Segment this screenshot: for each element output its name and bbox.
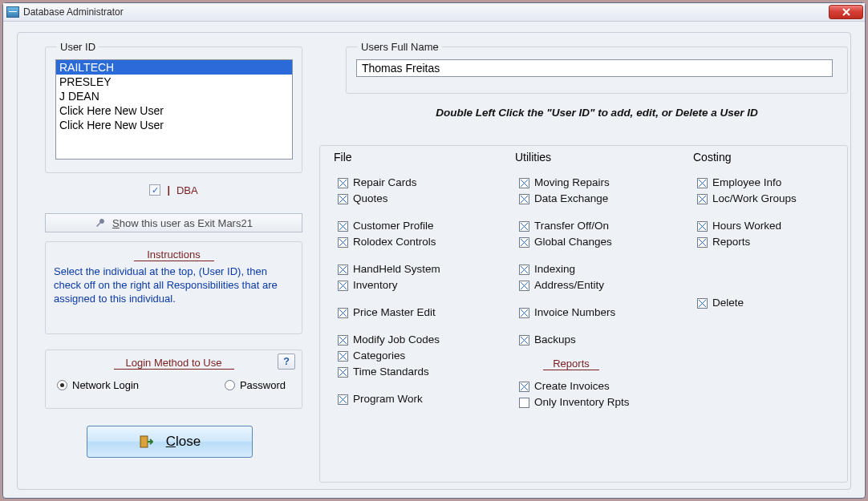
perm-cost-item[interactable]: Employee Info: [697, 175, 838, 191]
perm-file-label: Categories: [353, 348, 405, 364]
checkbox[interactable]: [519, 237, 529, 248]
radio-password[interactable]: [225, 380, 235, 390]
perm-file-item[interactable]: Quotes: [338, 191, 498, 207]
perm-costing-header: Costing: [693, 151, 838, 164]
checkbox[interactable]: [519, 178, 529, 188]
checkbox[interactable]: [519, 335, 529, 345]
perm-file-item[interactable]: HandHeld System: [338, 261, 498, 277]
checkbox[interactable]: [338, 308, 348, 318]
show-as-exit-button[interactable]: Show this user as Exit Mars21: [45, 213, 302, 232]
login-opt-password[interactable]: Password: [225, 379, 286, 391]
perm-file-header: File: [334, 151, 498, 164]
login-opt-network-label: Network Login: [72, 379, 139, 391]
dba-checkbox[interactable]: ✓: [149, 184, 160, 196]
perm-util-item[interactable]: Transfer Off/On: [519, 218, 679, 234]
checkbox[interactable]: [338, 281, 348, 291]
user-id-group: User ID RAILTECHPRESLEYJ DEANClick Here …: [45, 41, 302, 173]
checkbox[interactable]: [697, 221, 708, 232]
perm-col-file: File Repair CardsQuotesCustomer ProfileR…: [338, 151, 498, 474]
checkbox[interactable]: [338, 265, 348, 275]
checkbox[interactable]: [338, 367, 348, 378]
perm-file-item[interactable]: Program Work: [338, 391, 498, 407]
perm-col-costing: Costing Employee InfoLoc/Work GroupsHour…: [697, 151, 838, 474]
show-as-exit-label: Show this user as Exit Mars21: [112, 217, 253, 229]
perm-util-item[interactable]: Backups: [519, 332, 679, 348]
login-help-button[interactable]: ?: [278, 354, 295, 370]
perm-file-item[interactable]: Customer Profile: [338, 218, 498, 234]
login-opt-password-label: Password: [240, 379, 286, 391]
checkbox[interactable]: [338, 194, 348, 204]
close-button[interactable]: Close: [87, 426, 253, 458]
instructions-group: Instructions Select the individual at th…: [45, 241, 302, 334]
perm-file-item[interactable]: Categories: [338, 348, 498, 364]
checkbox[interactable]: [338, 221, 348, 232]
perm-file-item[interactable]: Repair Cards: [338, 175, 498, 191]
perm-util-label: Invoice Numbers: [534, 305, 615, 321]
perm-util-item[interactable]: Moving Repairs: [519, 175, 679, 191]
perm-cost-item[interactable]: Loc/Work Groups: [697, 191, 838, 207]
perm-util-label: Data Exchange: [534, 191, 608, 207]
perm-reports-header: Reports: [543, 358, 599, 370]
user-id-list[interactable]: RAILTECHPRESLEYJ DEANClick Here New User…: [55, 59, 293, 160]
perm-cost-label: Reports: [712, 234, 750, 250]
perm-util-item[interactable]: Indexing: [519, 261, 679, 277]
checkbox[interactable]: [697, 194, 708, 204]
perm-report-item[interactable]: Only Inventory Rpts: [519, 394, 679, 410]
perm-file-label: Time Standards: [353, 364, 429, 380]
checkbox[interactable]: [519, 398, 529, 408]
fullname-group: Users Full Name Thomas Freitas: [346, 41, 848, 94]
perm-file-label: Rolodex Controls: [353, 234, 436, 250]
perm-file-item[interactable]: Inventory: [338, 277, 498, 293]
fullname-input[interactable]: Thomas Freitas: [356, 59, 833, 77]
checkbox[interactable]: [338, 178, 348, 188]
perm-util-label: Moving Repairs: [534, 175, 610, 191]
perm-file-label: Customer Profile: [353, 218, 434, 234]
perm-report-label: Create Invoices: [534, 378, 610, 394]
permissions-panel: File Repair CardsQuotesCustomer ProfileR…: [319, 145, 848, 483]
checkbox[interactable]: [338, 237, 348, 248]
user-id-item[interactable]: Click Here New User: [56, 118, 292, 132]
checkbox[interactable]: [519, 194, 529, 204]
user-id-item[interactable]: RAILTECH: [56, 60, 292, 75]
radio-network[interactable]: [57, 380, 67, 390]
perm-util-item[interactable]: Data Exchange: [519, 191, 679, 207]
checkbox[interactable]: [338, 335, 348, 345]
instructions-header: Instructions: [134, 248, 214, 261]
perm-file-item[interactable]: Rolodex Controls: [338, 234, 498, 250]
checkbox[interactable]: [697, 178, 708, 188]
perm-cost-item[interactable]: Reports: [697, 234, 838, 250]
perm-util-item[interactable]: Invoice Numbers: [519, 305, 679, 321]
perm-delete[interactable]: Delete: [697, 295, 838, 311]
login-method-header: Login Method to Use: [114, 357, 234, 370]
perm-util-label: Transfer Off/On: [534, 218, 609, 234]
checkbox[interactable]: [338, 394, 348, 405]
perm-file-label: Program Work: [353, 391, 423, 407]
perm-util-item[interactable]: Global Changes: [519, 234, 679, 250]
checkbox[interactable]: [519, 221, 529, 232]
checkbox[interactable]: [519, 382, 529, 392]
perm-file-item[interactable]: Price Master Edit: [338, 305, 498, 321]
titlebar: Database Administrator: [3, 3, 865, 22]
perm-cost-label: Loc/Work Groups: [712, 191, 797, 207]
user-id-item[interactable]: J DEAN: [56, 89, 292, 103]
dba-label: DBA: [176, 184, 198, 196]
perm-cost-item[interactable]: Hours Worked: [697, 218, 838, 234]
perm-file-item[interactable]: Time Standards: [338, 364, 498, 380]
checkbox[interactable]: [338, 351, 348, 362]
checkbox[interactable]: [697, 237, 708, 248]
perm-util-label: Indexing: [534, 261, 575, 277]
perm-file-label: Inventory: [353, 277, 398, 293]
checkbox[interactable]: [519, 281, 529, 291]
user-id-item[interactable]: PRESLEY: [56, 75, 292, 89]
checkbox[interactable]: [697, 298, 708, 309]
window-close-button[interactable]: [829, 5, 863, 19]
login-opt-network[interactable]: Network Login: [57, 379, 139, 391]
perm-file-item[interactable]: Modify Job Codes: [338, 332, 498, 348]
user-id-item[interactable]: Click Here New User: [56, 103, 292, 118]
app-icon: [6, 6, 19, 18]
perm-util-item[interactable]: Address/Entity: [519, 277, 679, 293]
window: Database Administrator User ID RAILTECHP…: [2, 2, 866, 499]
perm-report-item[interactable]: Create Invoices: [519, 378, 679, 394]
checkbox[interactable]: [519, 308, 529, 318]
checkbox[interactable]: [519, 265, 529, 275]
